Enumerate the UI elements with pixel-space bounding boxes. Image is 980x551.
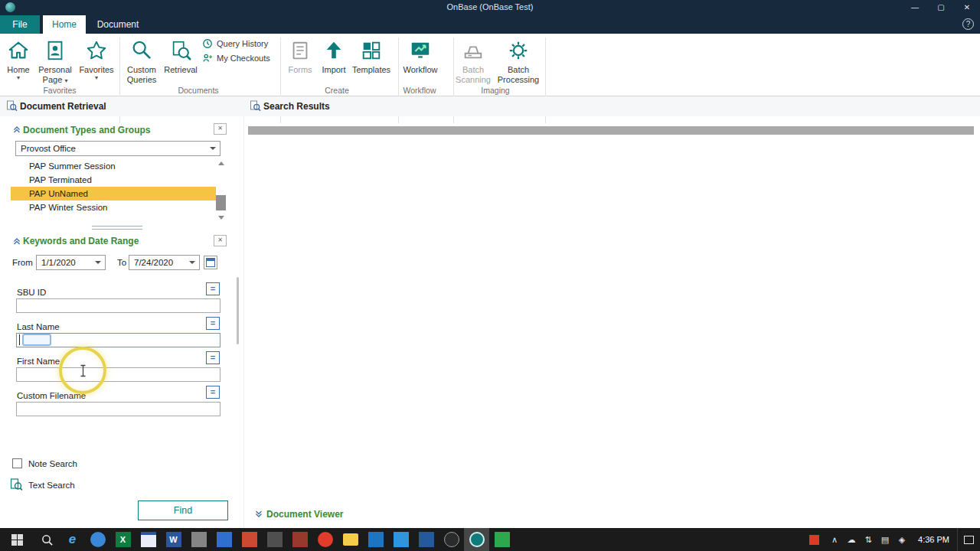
taskbar-app-14[interactable] <box>388 528 413 551</box>
form-icon <box>289 39 312 62</box>
ribbon-forms-button[interactable]: Forms <box>283 37 317 75</box>
tray-network-icon[interactable]: ▤ <box>877 535 893 545</box>
panel-scrollbar[interactable] <box>237 277 239 344</box>
taskbar-app-6[interactable] <box>186 528 211 551</box>
gear-icon <box>507 39 530 62</box>
collapse-section-icon[interactable] <box>12 125 21 134</box>
titlebar: OnBase (OnBase Test) — ▢ ✕ <box>0 0 980 15</box>
group-label-favorites: Favorites <box>43 86 76 95</box>
text-search-icon[interactable] <box>10 478 23 491</box>
taskbar-app-8[interactable] <box>237 528 262 551</box>
ribbon-retrieval-button[interactable]: Retrieval <box>162 37 199 75</box>
ribbon-templates-button[interactable]: Templates <box>352 37 390 75</box>
doc-type-item[interactable]: PAP Terminated <box>11 173 216 187</box>
taskbar-app-13[interactable] <box>363 528 388 551</box>
clock-icon <box>202 38 213 49</box>
results-column-header-bar <box>248 126 974 135</box>
taskbar-app-15[interactable] <box>413 528 439 551</box>
retrieval-panel-title: Document Retrieval <box>20 101 106 112</box>
section-splitter[interactable] <box>92 226 142 227</box>
tray-volume-icon[interactable]: ◈ <box>893 535 910 545</box>
tray-cloud-icon[interactable]: ☁ <box>843 535 860 545</box>
taskbar-app-browser[interactable] <box>85 528 110 551</box>
scrollbar-thumb[interactable] <box>216 195 226 210</box>
taskbar-app-calendar[interactable] <box>136 528 161 551</box>
ribbon-personal-page-button[interactable]: Personal Page ▾ <box>37 37 74 84</box>
notification-icon <box>964 536 974 544</box>
start-button[interactable] <box>0 528 34 551</box>
group-label-workflow: Workflow <box>403 86 436 95</box>
doc-type-list-scrollbar[interactable] <box>215 160 227 220</box>
operator-button[interactable]: = <box>206 351 220 364</box>
ribbon-home-button[interactable]: Home▾ <box>2 37 35 81</box>
operator-button[interactable]: = <box>206 282 220 295</box>
collapse-section-icon[interactable] <box>12 236 21 246</box>
expand-viewer-icon[interactable] <box>254 510 263 519</box>
ribbon-import-button[interactable]: Import <box>317 37 351 75</box>
search-icon <box>41 533 54 546</box>
operator-button[interactable]: = <box>206 386 220 399</box>
taskbar-app-edge[interactable]: e <box>60 528 85 551</box>
note-search-checkbox[interactable] <box>12 458 22 468</box>
operator-button[interactable]: = <box>206 317 220 330</box>
ribbon-tabstrip: File Home Document ? <box>0 15 980 34</box>
tray-sync-icon[interactable]: ⇅ <box>860 535 877 545</box>
taskbar-app-16[interactable] <box>439 528 464 551</box>
help-button[interactable]: ? <box>962 18 974 30</box>
first-name-input[interactable] <box>16 367 220 382</box>
ribbon-favorites-button[interactable]: Favorites▾ <box>77 37 116 81</box>
doc-type-item-selected[interactable]: PAP UnNamed <box>11 187 216 201</box>
to-label: To <box>117 258 126 267</box>
dropdown-caret-icon: ▾ <box>79 75 113 81</box>
keywords-section-header[interactable]: Keywords and Date Range <box>23 236 139 246</box>
document-viewer-header[interactable]: Document Viewer <box>266 509 343 520</box>
taskbar-search-button[interactable] <box>34 528 60 551</box>
tray-app-icon[interactable] <box>809 535 819 545</box>
ribbon-query-history-button[interactable]: Query History <box>202 38 268 49</box>
tab-home[interactable]: Home <box>43 15 86 34</box>
doc-type-item[interactable]: PAP Summer Session <box>11 159 216 173</box>
doc-type-item[interactable]: PAP Winter Session <box>11 201 216 214</box>
text-cursor <box>19 334 20 345</box>
ribbon-batch-scanning-button[interactable]: Batch Scanning <box>455 37 492 84</box>
taskbar-app-folder[interactable] <box>338 528 363 551</box>
ribbon-batch-processing-button[interactable]: Batch Processing <box>496 37 541 84</box>
taskbar-app-18[interactable] <box>489 528 514 551</box>
find-button[interactable]: Find <box>138 500 228 520</box>
text-search-label: Text Search <box>28 481 75 490</box>
from-date-select[interactable]: 1/1/2020 <box>36 255 106 270</box>
taskbar-app-onbase[interactable] <box>464 528 489 551</box>
section-splitter[interactable] <box>92 229 142 230</box>
import-arrow-icon <box>322 39 345 62</box>
doc-types-section-header[interactable]: Document Types and Groups <box>23 125 150 135</box>
personal-page-icon <box>44 39 67 62</box>
tab-document[interactable]: Document <box>89 15 147 34</box>
to-date-select[interactable]: 7/24/2020 <box>129 255 200 270</box>
action-center-button[interactable] <box>957 528 980 551</box>
scroll-up-icon[interactable] <box>218 161 224 165</box>
scroll-down-icon[interactable] <box>218 216 224 220</box>
taskbar-app-9[interactable] <box>262 528 287 551</box>
document-group-select[interactable]: Provost Office <box>15 141 220 156</box>
close-section-button[interactable]: ✕ <box>214 123 227 135</box>
ribbon-my-checkouts-button[interactable]: My Checkouts <box>202 53 270 64</box>
taskbar-app-11[interactable] <box>312 528 338 551</box>
maximize-button[interactable]: ▢ <box>928 0 954 15</box>
close-section-button[interactable]: ✕ <box>214 235 227 246</box>
taskbar-app-10[interactable] <box>287 528 312 551</box>
calendar-button[interactable] <box>204 256 217 269</box>
ribbon-workflow-button[interactable]: Workflow <box>400 37 440 75</box>
custom-filename-input[interactable] <box>16 402 220 416</box>
tab-file[interactable]: File <box>0 15 40 34</box>
ribbon-custom-queries-button[interactable]: Custom Queries <box>122 37 161 84</box>
minimize-button[interactable]: — <box>902 0 928 15</box>
chevron-down-icon <box>189 261 195 264</box>
sbu-id-input[interactable] <box>16 298 220 313</box>
close-button[interactable]: ✕ <box>954 0 980 15</box>
taskbar-app-excel[interactable]: X <box>110 528 136 551</box>
keyword-label: SBU ID <box>17 288 46 297</box>
taskbar-app-word[interactable]: W <box>161 528 186 551</box>
tray-chevron-up-icon[interactable]: ∧ <box>826 535 843 545</box>
taskbar-clock[interactable]: 4:36 PM <box>918 535 949 544</box>
taskbar-app-7[interactable] <box>211 528 237 551</box>
